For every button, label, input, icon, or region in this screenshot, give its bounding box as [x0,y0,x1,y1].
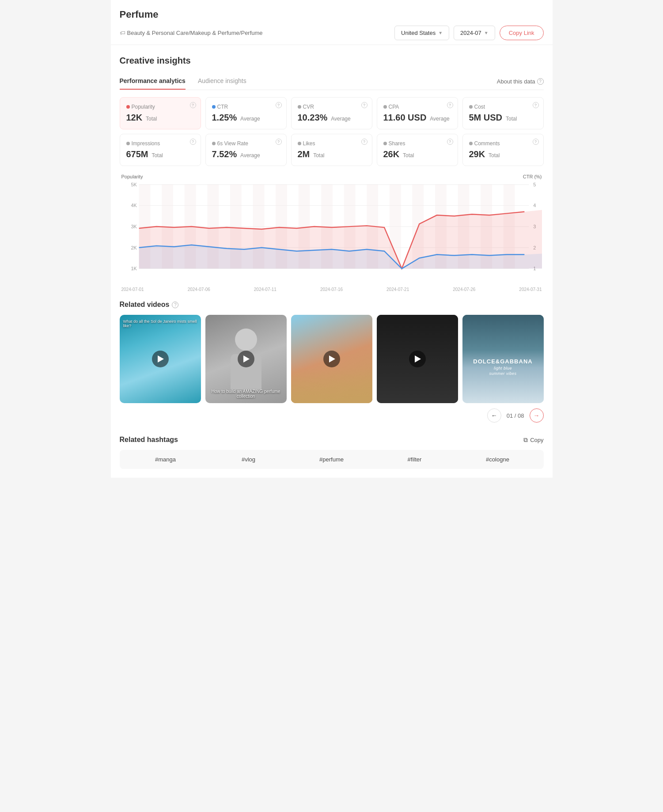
metric-cost: Cost 5M USD Total ? [462,97,544,129]
copy-link-button[interactable]: Copy Link [500,26,544,40]
svg-text:1K: 1K [131,266,137,271]
dot-icon [383,142,387,145]
svg-text:4K: 4K [131,203,137,208]
video-card-1[interactable]: What do all the Sol de Janeiro mists sme… [120,315,201,403]
metric-label: CVR [298,104,366,110]
related-hashtags-section: Related hashtags ⧉ Copy #manga #vlog #pe… [111,427,553,478]
breadcrumb: 🏷 Beauty & Personal Care/Makeup & Perfum… [120,30,390,36]
chevron-down-icon: ▼ [484,30,489,35]
metric-popularity: Popularity 12K Total ? [120,97,201,129]
video-card-2[interactable]: How to build an AMAZING perfume collecti… [205,315,287,403]
metric-label: Shares [383,140,451,147]
metric-value: 10.23% [298,113,328,122]
dot-icon [383,105,387,109]
info-icon[interactable]: ? [533,102,539,108]
hashtag-item[interactable]: #manga [126,456,205,463]
play-button[interactable] [152,351,169,367]
copy-icon: ⧉ [523,436,528,444]
info-icon[interactable]: ? [447,139,453,145]
creative-insights-section: Creative insights Performance analytics … [111,45,553,292]
video-card-5[interactable]: DOLCE&GABBANA light blue summer vibes [462,315,544,403]
related-videos-header: Related videos ? [120,301,544,309]
breadcrumb-text: Beauty & Personal Care/Makeup & Perfume/… [127,30,263,36]
dot-icon [212,142,216,145]
info-icon[interactable]: ? [447,102,453,108]
play-button[interactable] [323,351,340,367]
metric-label: CPA [383,104,451,110]
metric-cpa: CPA 11.60 USD Average ? [377,97,458,129]
hashtags-header: Related hashtags ⧉ Copy [120,436,544,444]
prev-page-button[interactable]: ← [487,408,501,423]
metric-label: Popularity [126,104,194,110]
hashtag-item[interactable]: #vlog [209,456,288,463]
brand-text: DOLCE&GABBANA light blue summer vibes [473,358,532,377]
info-icon[interactable]: ? [276,102,282,108]
hashtag-item[interactable]: #perfume [292,456,371,463]
page-title: Perfume [120,9,544,20]
tab-performance[interactable]: Performance analytics [120,73,186,90]
date-label: 2024-07 [460,30,481,36]
dot-icon [126,142,130,145]
metric-impressions: Impressions 675M Total ? [120,134,201,166]
metric-value: 11.60 USD [383,113,427,122]
info-icon[interactable]: ? [361,139,367,145]
metric-label: CTR [212,104,280,110]
x-axis-labels: 2024-07-01 2024-07-06 2024-07-11 2024-07… [121,285,542,292]
metric-cvr: CVR 10.23% Average ? [291,97,372,129]
info-icon[interactable]: ? [276,139,282,145]
metric-value: 26K [383,149,400,159]
metric-value: 12K [126,113,143,122]
creative-insights-title: Creative insights [120,56,544,66]
metric-value: 675M [126,149,148,159]
related-videos-title: Related videos [120,301,170,309]
metrics-row-1: Popularity 12K Total ? CTR 1.25% Average… [120,97,544,129]
svg-text:4: 4 [533,203,536,208]
dot-icon [126,105,130,109]
info-icon[interactable]: ? [190,102,196,108]
chart-right-label: CTR (%) [523,174,542,179]
metric-value: 1.25% [212,113,237,122]
metric-label: Cost [469,104,537,110]
country-dropdown[interactable]: United States ▼ [394,26,449,40]
country-label: United States [401,30,436,36]
metric-label: Comments [469,140,537,147]
copy-hashtags-button[interactable]: ⧉ Copy [523,436,543,444]
tabs-bar: Performance analytics Audience insights … [120,73,544,90]
info-icon: ? [172,302,178,308]
dot-icon [298,142,301,145]
metric-ctr: CTR 1.25% Average ? [205,97,287,129]
dot-icon [469,105,473,109]
metric-comments: Comments 29K Total ? [462,134,544,166]
play-button[interactable] [409,351,426,367]
chart-container: Popularity CTR (%) 5K 4K 3K 2K 1K 5 4 3 [120,170,544,292]
next-page-button[interactable]: → [530,408,544,423]
dot-icon [298,105,301,109]
info-icon[interactable]: ? [361,102,367,108]
pagination: ← 01 / 08 → [120,408,544,427]
metric-value: 2M [298,149,310,159]
video-card-4[interactable] [377,315,458,403]
video-card-3[interactable] [291,315,372,403]
metric-label: 6s View Rate [212,140,280,147]
metric-label: Impressions [126,140,194,147]
video-top-text: What do all the Sol de Janeiro mists sme… [123,319,197,328]
svg-text:5K: 5K [131,182,137,187]
metrics-row-2: Impressions 675M Total ? 6s View Rate 7.… [120,134,544,166]
play-button[interactable] [238,351,254,367]
info-icon: ? [537,78,544,85]
videos-grid: What do all the Sol de Janeiro mists sme… [120,315,544,403]
date-dropdown[interactable]: 2024-07 ▼ [454,26,495,40]
dot-icon [469,142,473,145]
dot-icon [212,105,216,109]
tab-audience[interactable]: Audience insights [198,73,246,90]
related-videos-section: Related videos ? What do all the Sol de … [111,292,553,427]
hashtag-item[interactable]: #filter [375,456,455,463]
tag-icon: 🏷 [120,30,125,36]
metric-label: Likes [298,140,366,147]
info-icon[interactable]: ? [190,139,196,145]
info-icon[interactable]: ? [533,139,539,145]
metric-value: 5M USD [469,113,503,122]
about-data-link[interactable]: About this data ? [497,78,544,85]
hashtag-item[interactable]: #cologne [458,456,538,463]
header: Perfume 🏷 Beauty & Personal Care/Makeup … [111,0,553,45]
